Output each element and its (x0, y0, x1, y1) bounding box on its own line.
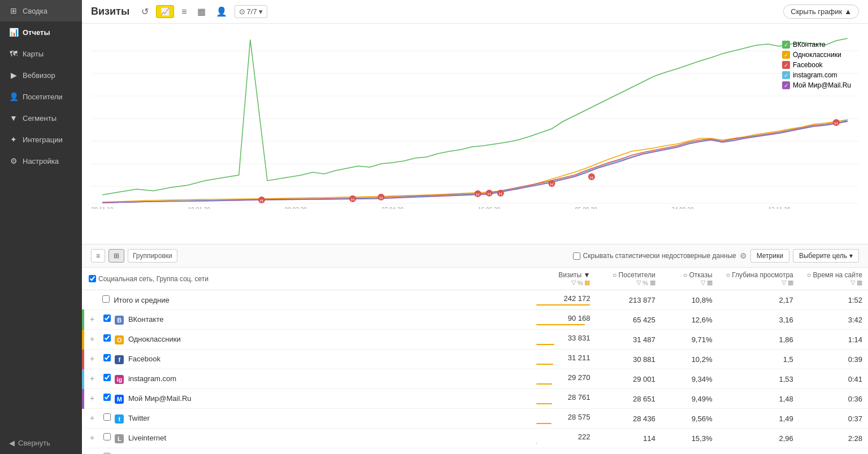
groupings-button[interactable]: Группировки (128, 249, 177, 263)
filter-icon4[interactable]: ▽ (782, 279, 786, 286)
filter-button[interactable]: ⊙ 7/7 ▾ (235, 5, 267, 18)
row-time: 3:42 (799, 310, 868, 330)
hide-unreliable-label[interactable]: Скрывать статистически недостоверные дан… (573, 252, 736, 260)
sidebar-item-settings[interactable]: ⚙Настройка (0, 150, 82, 172)
filter-icon5[interactable]: ▽ (850, 279, 855, 286)
row-expand-button[interactable]: + (90, 315, 99, 324)
bar-icon5[interactable]: ▦ (857, 279, 862, 286)
sidebar-item-summary[interactable]: ⊞Сводка (0, 0, 82, 21)
metrics-button[interactable]: Метрики (750, 249, 789, 263)
table-row: + L Liveinternet 222 114 15,3% 2,96 2:28 (83, 429, 868, 448)
row-expand-button[interactable]: + (90, 354, 99, 363)
sidebar-item-segments[interactable]: ▼Сегменты (0, 107, 82, 129)
sidebar-label-maps: Карты (23, 50, 44, 58)
sidebar-collapse[interactable]: ◀ Свернуть (0, 432, 82, 454)
row-expand-button[interactable]: + (90, 433, 99, 442)
select-all-checkbox[interactable] (89, 275, 96, 282)
table-view-button[interactable]: ⊞ (108, 249, 124, 263)
row-name-cell: + Lj Livejournal (83, 448, 531, 455)
sort-circle4: ○ (807, 271, 811, 279)
row-name-cell: + В ВКонтакте (83, 310, 531, 330)
row-bounce: 9,34% (661, 369, 718, 389)
row-visitors: 65 425 (596, 310, 661, 330)
list-view-button[interactable]: ≡ (91, 249, 105, 263)
row-expand-button[interactable]: + (90, 413, 99, 422)
scatter-chart-button[interactable]: 👤 (213, 5, 230, 19)
bar-icon2[interactable]: ▦ (650, 279, 656, 286)
row-time: 1:14 (799, 330, 868, 350)
row-expand-button[interactable]: + (90, 334, 99, 343)
sidebar: ⊞Сводка📊Отчеты🗺Карты▶Вебвизор👤Посетители… (0, 0, 82, 454)
row-checkbox[interactable] (103, 433, 111, 440)
line-chart-button[interactable]: 📈 (156, 5, 174, 18)
svg-text:08.03.20: 08.03.20 (285, 207, 307, 209)
sidebar-collapse-label: Свернуть (18, 439, 50, 447)
filter-icon2[interactable]: ▽ (636, 279, 641, 286)
row-checkbox[interactable] (103, 354, 111, 361)
col-header-depth[interactable]: ○ Глубина просмотра ▽ ▦ (718, 268, 799, 290)
col-header-bounce[interactable]: ○ Отказы ▽ ▦ (661, 268, 718, 290)
percent-icon[interactable]: % (578, 280, 583, 286)
settings-icon[interactable]: ⚙ (740, 251, 747, 260)
row-name-cell: + t Twitter (83, 409, 531, 429)
sidebar-item-webvisor[interactable]: ▶Вебвизор (0, 64, 82, 86)
legend-item-вконтакте: ✓ВКонтакте (782, 41, 851, 49)
filter-icon3[interactable]: ▽ (701, 279, 705, 286)
row-depth: 1,5 (718, 350, 799, 369)
sidebar-label-visitors: Посетители (23, 93, 63, 101)
legend-color: ✓ (782, 51, 790, 59)
row-checkbox[interactable] (103, 394, 111, 401)
row-depth: 1,49 (718, 409, 799, 429)
row-bounce: 10,2% (661, 350, 718, 369)
row-expand-button[interactable]: + (90, 394, 99, 403)
row-checkbox[interactable] (103, 413, 111, 421)
row-expand-button[interactable]: + (90, 374, 99, 383)
row-visits: 29 270 (531, 369, 596, 389)
goal-select[interactable]: Выберите цель ▾ (793, 249, 859, 263)
nav-icon-settings: ⚙ (9, 156, 18, 165)
svg-text:H: H (550, 182, 553, 187)
col-header-visitors[interactable]: ○ Посетители ▽ % ▦ (596, 268, 661, 290)
row-name-cell: + f Facebook (83, 350, 531, 369)
bar-icon4[interactable]: ▦ (788, 279, 793, 286)
chevron-down-icon: ▾ (849, 252, 853, 260)
row-visitors: 28 651 (596, 389, 661, 409)
row-checkbox[interactable] (103, 374, 111, 381)
total-checkbox[interactable] (102, 295, 110, 303)
area-chart-button[interactable]: ≡ (179, 5, 189, 19)
row-checkbox[interactable] (103, 315, 111, 322)
sidebar-item-integrations[interactable]: ✦Интеграции (0, 129, 82, 150)
refresh-button[interactable]: ↺ (138, 5, 151, 19)
bar-chart-button[interactable]: ▦ (194, 5, 209, 19)
hide-unreliable-checkbox[interactable] (573, 252, 580, 260)
sidebar-item-maps[interactable]: 🗺Карты (0, 43, 82, 64)
row-name-cell: + L Liveinternet (83, 429, 531, 448)
svg-text:H: H (476, 192, 480, 197)
row-checkbox[interactable] (103, 334, 111, 342)
hide-chart-button[interactable]: Скрыть график ▲ (783, 5, 859, 19)
row-name-cell: + M Мой Мир@Mail.Ru (83, 389, 531, 409)
sidebar-item-visitors[interactable]: 👤Посетители (0, 86, 82, 107)
sidebar-label-settings: Настройка (23, 157, 59, 165)
row-name-cell: + О Одноклассники (83, 330, 531, 350)
table-row: + t Twitter 28 575 28 436 9,56% 1,49 0:3… (83, 409, 868, 429)
svg-text:H: H (351, 197, 354, 202)
nav-icon-visitors: 👤 (9, 92, 18, 101)
percent-icon2[interactable]: % (643, 280, 648, 286)
social-icon: В (115, 316, 124, 325)
row-visitors: 114 (596, 429, 661, 448)
sidebar-item-reports[interactable]: 📊Отчеты (0, 21, 82, 43)
col-header-time[interactable]: ○ Время на сайте ▽ ▦ (799, 268, 868, 290)
legend-label: Одноклассники (793, 51, 841, 59)
bar-icon[interactable]: ▦ (584, 279, 590, 286)
row-time: 2:28 (799, 429, 868, 448)
filter-icon: ⊙ (239, 7, 245, 16)
row-visits: 33 831 (531, 330, 596, 350)
social-icon: M (115, 395, 124, 404)
filter-icon[interactable]: ▽ (571, 279, 576, 286)
goal-label: Выберите цель (799, 252, 847, 260)
bar-icon3[interactable]: ▦ (707, 279, 713, 286)
col-header-visits[interactable]: Визиты ▼ ▽ % ▦ (531, 268, 596, 290)
legend-label: ВКонтакте (793, 41, 826, 49)
row-bounce: 9,56% (661, 409, 718, 429)
